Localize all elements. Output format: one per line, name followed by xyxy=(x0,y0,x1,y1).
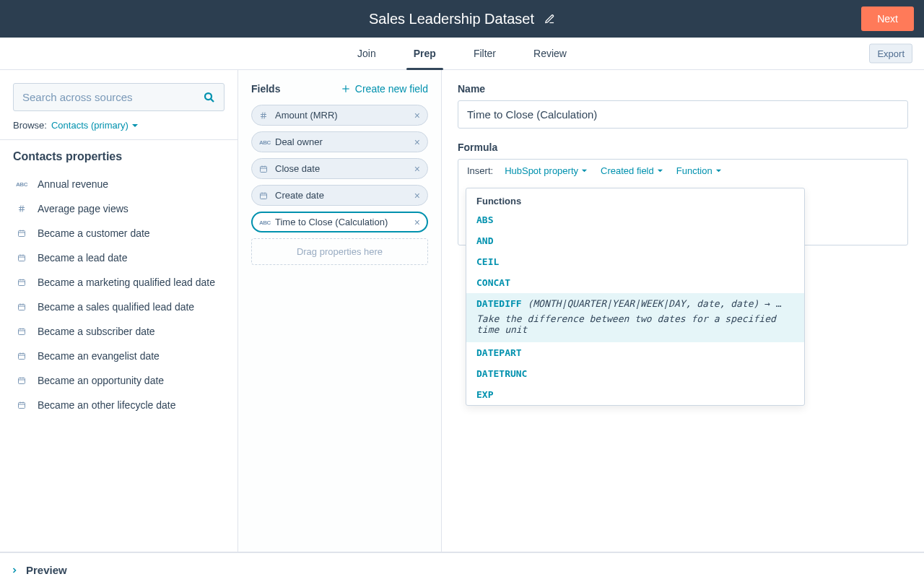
export-button[interactable]: Export xyxy=(869,44,912,64)
svg-rect-6 xyxy=(19,231,25,237)
calendar-icon xyxy=(16,303,27,311)
plus-icon xyxy=(341,84,351,94)
preview-label: Preview xyxy=(26,564,67,576)
field-chip[interactable]: ABCDeal owner× xyxy=(251,131,428,152)
svg-rect-10 xyxy=(19,256,25,261)
property-item[interactable]: ABCAnnual revenue xyxy=(13,172,225,196)
svg-rect-22 xyxy=(19,329,25,335)
tab-filter[interactable]: Filter xyxy=(466,38,503,69)
caret-down-icon xyxy=(715,168,722,174)
function-option-ceil[interactable]: CEIL xyxy=(466,251,804,272)
function-dropdown: Functions ABSANDCEILCONCATDATEDIFF (MONT… xyxy=(466,188,805,406)
caret-down-icon xyxy=(657,168,663,174)
create-field-button[interactable]: Create new field xyxy=(341,83,428,95)
field-chip[interactable]: ABCTime to Close (Calculation)× xyxy=(251,212,428,232)
svg-line-5 xyxy=(22,206,23,212)
field-chip-label: Close date xyxy=(275,163,409,174)
property-label: Average page views xyxy=(38,203,128,214)
svg-rect-48 xyxy=(261,193,267,199)
function-option-datediff[interactable]: DATEDIFF (MONTH|QUARTER|YEAR|WEEK|DAY, d… xyxy=(466,293,804,342)
field-name-input[interactable] xyxy=(458,100,908,129)
property-item[interactable]: Became an other lifecycle date xyxy=(13,393,225,417)
properties-section-title: Contacts properties xyxy=(13,150,225,163)
property-item[interactable]: Became a sales qualified lead date xyxy=(13,295,225,319)
calendar-icon xyxy=(16,229,27,238)
property-item[interactable]: Became a subscriber date xyxy=(13,319,225,344)
svg-rect-26 xyxy=(19,354,25,360)
remove-chip-icon[interactable]: × xyxy=(414,164,420,174)
field-chip[interactable]: Close date× xyxy=(251,158,428,179)
property-label: Became an evangelist date xyxy=(38,350,160,362)
text-icon: ABC xyxy=(259,138,269,146)
function-option-datepart[interactable]: DATEPART xyxy=(466,342,804,363)
name-label: Name xyxy=(458,83,908,95)
tab-join[interactable]: Join xyxy=(350,38,383,69)
calendar-icon xyxy=(16,253,27,262)
tab-prep[interactable]: Prep xyxy=(406,38,443,69)
function-option-and[interactable]: AND xyxy=(466,230,804,251)
property-label: Annual revenue xyxy=(38,178,108,190)
property-item[interactable]: Average page views xyxy=(13,196,225,221)
field-chip-label: Create date xyxy=(275,190,409,201)
caret-down-icon xyxy=(581,168,588,174)
svg-line-1 xyxy=(211,99,214,102)
preview-toggle[interactable]: Preview xyxy=(0,552,924,587)
field-chip[interactable]: Create date× xyxy=(251,185,428,206)
edit-title-icon[interactable] xyxy=(544,14,555,25)
field-drop-target[interactable]: Drag properties here xyxy=(251,238,428,265)
browse-source-dropdown[interactable]: Contacts (primary) xyxy=(51,120,139,131)
insert-created-field-dropdown[interactable]: Created field xyxy=(601,165,663,176)
next-button[interactable]: Next xyxy=(861,6,914,31)
top-bar: Sales Leadership Dataset Next xyxy=(0,0,924,38)
property-label: Became a lead date xyxy=(38,252,128,264)
insert-function-dropdown[interactable]: Function xyxy=(676,165,722,176)
svg-rect-18 xyxy=(19,305,25,310)
number-icon xyxy=(16,204,27,213)
remove-chip-icon[interactable]: × xyxy=(414,217,420,227)
property-item[interactable]: Became an evangelist date xyxy=(13,344,225,368)
property-item[interactable]: Became a customer date xyxy=(13,221,225,245)
property-item[interactable]: Became an opportunity date xyxy=(13,368,225,393)
calendar-icon xyxy=(16,327,27,336)
function-description: Take the difference between two dates fo… xyxy=(476,313,794,335)
page-title: Sales Leadership Dataset xyxy=(369,11,534,27)
search-input[interactable] xyxy=(13,83,225,111)
svg-rect-44 xyxy=(261,166,267,172)
formula-label: Formula xyxy=(458,142,908,153)
fields-column: Fields Create new field Amount (MRR)×ABC… xyxy=(238,70,442,552)
calendar-icon xyxy=(16,278,27,287)
field-chip-label: Amount (MRR) xyxy=(275,110,409,121)
property-label: Became an other lifecycle date xyxy=(38,399,175,411)
calendar-icon xyxy=(16,401,27,409)
tab-review[interactable]: Review xyxy=(526,38,574,69)
svg-point-0 xyxy=(205,93,212,100)
insert-hubspot-property-dropdown[interactable]: HubSpot property xyxy=(505,165,588,176)
remove-chip-icon[interactable]: × xyxy=(414,110,420,121)
property-item[interactable]: Became a marketing qualified lead date xyxy=(13,270,225,295)
property-label: Became an opportunity date xyxy=(38,375,164,386)
tabs-row: JoinPrepFilterReview Export xyxy=(0,38,924,70)
svg-rect-34 xyxy=(19,403,25,409)
svg-rect-30 xyxy=(19,378,25,384)
calendar-icon xyxy=(259,165,269,173)
remove-chip-icon[interactable]: × xyxy=(414,191,420,201)
insert-label: Insert: xyxy=(467,165,493,176)
svg-line-43 xyxy=(264,112,265,118)
remove-chip-icon[interactable]: × xyxy=(414,137,420,147)
properties-sidebar: Browse: Contacts (primary) Contacts prop… xyxy=(0,70,238,552)
function-option-datetrunc[interactable]: DATETRUNC xyxy=(466,363,804,384)
chevron-right-icon xyxy=(10,566,19,575)
field-chip[interactable]: Amount (MRR)× xyxy=(251,105,428,126)
number-icon xyxy=(259,111,269,120)
property-item[interactable]: Became a lead date xyxy=(13,245,225,270)
function-option-exp[interactable]: EXP xyxy=(466,384,804,405)
property-label: Became a customer date xyxy=(38,227,150,239)
caret-down-icon xyxy=(131,122,139,129)
function-option-concat[interactable]: CONCAT xyxy=(466,272,804,293)
function-option-abs[interactable]: ABS xyxy=(466,209,804,230)
text-icon: ABC xyxy=(259,218,269,226)
fields-heading: Fields xyxy=(251,83,280,95)
field-chip-label: Deal owner xyxy=(275,136,409,147)
text-icon: ABC xyxy=(16,181,27,188)
search-icon[interactable] xyxy=(203,91,216,104)
